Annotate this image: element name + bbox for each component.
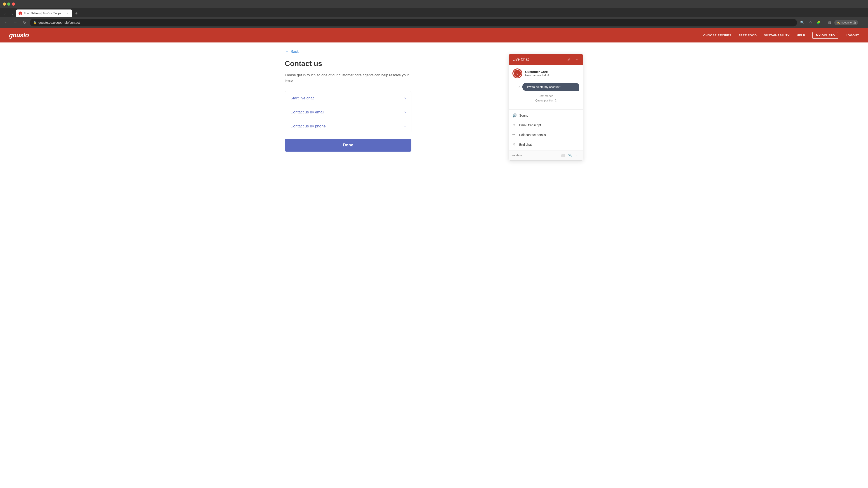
back-arrow-icon: ←: [285, 49, 289, 54]
contact-phone-option[interactable]: Contact us by phone ›: [285, 119, 411, 133]
chat-menu-edit-contact[interactable]: ✏ Edit contact details: [509, 130, 583, 140]
gousto-logo[interactable]: gousto: [9, 32, 29, 39]
edit-contact-icon: ✏: [513, 133, 517, 137]
contact-phone-chevron: ›: [403, 126, 408, 127]
incognito-icon: 🕵: [837, 21, 840, 24]
customer-care-subtitle: How can we help?: [525, 74, 579, 77]
forward-nav-button[interactable]: →: [12, 19, 19, 26]
chat-status-text: Chat started: [513, 94, 579, 98]
live-chat-header-actions: ⤢ −: [566, 57, 579, 62]
live-chat-minimize-button[interactable]: −: [574, 57, 579, 62]
toolbar-actions: 🔍 ☆ 🧩 ⊟ 🕵 Incognito (2) ⋮: [799, 19, 865, 26]
extensions-button[interactable]: 🧩: [815, 19, 822, 26]
live-chat-header: Live Chat ⤢ −: [509, 54, 583, 65]
contact-email-label: Contact us by email: [290, 110, 324, 115]
expand-icon: ⤢: [567, 57, 570, 62]
maximize-button[interactable]: [7, 2, 10, 6]
browser-title-bar: [0, 0, 868, 8]
reload-button[interactable]: ↻: [21, 19, 28, 26]
lock-icon: 🔒: [33, 21, 37, 24]
contact-phone-label: Contact us by phone: [290, 124, 326, 129]
toolbar-divider: [824, 20, 825, 25]
tab-title-text: Food Delivery | Try Our Recipe ...: [24, 12, 64, 15]
contact-email-chevron: ›: [404, 110, 406, 115]
main-content: ← Back Contact us Please get in touch so…: [276, 42, 592, 167]
search-button[interactable]: 🔍: [799, 19, 806, 26]
back-nav-button[interactable]: ←: [3, 19, 10, 26]
back-link[interactable]: ← Back: [285, 49, 500, 54]
site-nav: CHOOSE RECIPES FREE FOOD SUSTAINABILITY …: [703, 32, 859, 39]
minimize-button[interactable]: [3, 2, 6, 6]
email-transcript-label: Email transcript: [519, 123, 541, 127]
chat-screen-share-button[interactable]: ⬜: [560, 153, 565, 158]
customer-care-avatar: g: [513, 68, 522, 78]
contact-options-list: Start live chat › Contact us by email › …: [285, 91, 411, 133]
bookmark-button[interactable]: ☆: [807, 19, 814, 26]
address-bar[interactable]: 🔒 gousto.co.uk/get-help/contact: [30, 19, 797, 26]
avatar-inner: g: [513, 69, 522, 77]
chat-attach-button[interactable]: 📎: [567, 153, 572, 158]
sound-label: Sound: [519, 113, 528, 117]
tab-close-button[interactable]: ×: [66, 11, 70, 15]
chat-bubble: How to delete my account?: [522, 83, 579, 91]
customer-care-name: Customer Care: [525, 70, 579, 74]
nav-logout-button[interactable]: LOGOUT: [846, 34, 859, 37]
customer-care-info: Customer Care How can we help?: [525, 70, 579, 77]
browser-menu-button[interactable]: ⋮: [859, 20, 865, 26]
chat-menu-end-chat[interactable]: ✕ End chat: [509, 140, 583, 149]
incognito-badge[interactable]: 🕵 Incognito (2): [834, 20, 858, 25]
page-content: gousto CHOOSE RECIPES FREE FOOD SUSTAINA…: [0, 28, 868, 488]
page-title: Contact us: [285, 59, 500, 68]
end-chat-label: End chat: [519, 143, 532, 147]
chat-dropdown-menu: 🔊 Sound ✉ Email transcript ✏ Edit contac…: [509, 109, 583, 150]
start-live-chat-chevron: ›: [404, 96, 406, 101]
chat-footer-brand: zendesk: [512, 154, 522, 157]
live-chat-widget: Live Chat ⤢ − g: [508, 54, 583, 161]
new-tab-button[interactable]: +: [73, 9, 80, 17]
live-chat-expand-button[interactable]: ⤢: [566, 57, 571, 62]
nav-help[interactable]: HELP: [797, 34, 805, 37]
chat-footer: zendesk ⬜ 📎 ···: [509, 150, 583, 160]
tab-favicon: g: [19, 11, 22, 15]
nav-choose-recipes[interactable]: CHOOSE RECIPES: [703, 34, 731, 37]
browser-toolbar: ← → ↻ 🔒 gousto.co.uk/get-help/contact 🔍 …: [0, 17, 868, 28]
live-chat-body: g Customer Care How can we help? How to …: [509, 65, 583, 109]
window-controls: [3, 2, 15, 6]
chat-menu-sound[interactable]: 🔊 Sound: [509, 110, 583, 120]
prev-tab-button[interactable]: ‹: [2, 11, 8, 17]
chat-footer-actions: ⬜ 📎 ···: [560, 153, 580, 158]
browser-chrome: ‹ › g Food Delivery | Try Our Recipe ...…: [0, 0, 868, 28]
nav-my-gousto-button[interactable]: MY GOUSTO: [812, 32, 838, 39]
active-tab[interactable]: g Food Delivery | Try Our Recipe ... ×: [16, 9, 72, 17]
nav-free-food[interactable]: FREE FOOD: [739, 34, 756, 37]
live-chat-title: Live Chat: [513, 57, 529, 61]
incognito-label: Incognito (2): [841, 21, 856, 24]
close-button[interactable]: [12, 2, 15, 6]
contact-email-option[interactable]: Contact us by email ›: [285, 105, 411, 119]
customer-care-row: g Customer Care How can we help?: [513, 68, 579, 78]
left-content: ← Back Contact us Please get in touch so…: [285, 49, 500, 161]
start-live-chat-option[interactable]: Start live chat ›: [285, 91, 411, 105]
tab-nav-area: ‹ ›: [2, 11, 16, 17]
url-text: gousto.co.uk/get-help/contact: [38, 21, 794, 24]
back-label: Back: [291, 50, 299, 54]
done-button[interactable]: Done: [285, 139, 411, 152]
chat-bubble-text: How to delete my account?: [526, 85, 561, 89]
email-transcript-icon: ✉: [513, 123, 517, 127]
chat-more-options-button[interactable]: ···: [575, 153, 580, 158]
page-description: Please get in touch so one of our custom…: [285, 72, 411, 84]
browser-tabs: ‹ › g Food Delivery | Try Our Recipe ...…: [0, 8, 868, 17]
edit-contact-label: Edit contact details: [519, 133, 546, 137]
sidebar-button[interactable]: ⊟: [826, 19, 833, 26]
nav-sustainability[interactable]: SUSTAINABILITY: [764, 34, 790, 37]
sound-icon: 🔊: [513, 113, 517, 118]
site-header: gousto CHOOSE RECIPES FREE FOOD SUSTAINA…: [0, 28, 868, 42]
chat-menu-email-transcript[interactable]: ✉ Email transcript: [509, 120, 583, 130]
avatar-logo: g: [514, 70, 521, 77]
chat-queue-text: Queue position: 2: [513, 99, 579, 102]
next-tab-button[interactable]: ›: [9, 11, 16, 17]
start-live-chat-label: Start live chat: [290, 96, 314, 101]
end-chat-icon: ✕: [513, 142, 517, 147]
minimize-icon: −: [576, 57, 578, 61]
